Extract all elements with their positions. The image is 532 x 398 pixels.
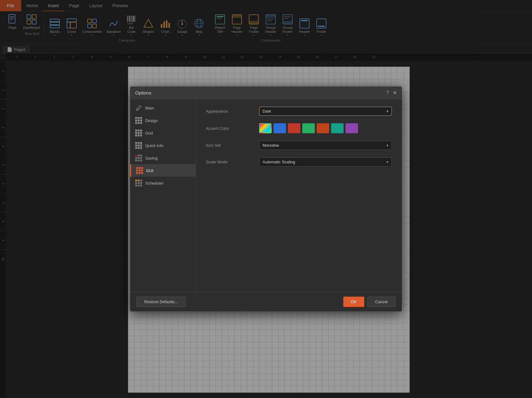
dialog-footer: Restore Defaults... OK Cancel [130, 292, 402, 311]
iconset-control: Monoline ▾ [259, 141, 392, 150]
nav-item-quickinfo-label: Quick Info [145, 143, 164, 148]
accent-control [259, 123, 392, 133]
swatch-green[interactable] [302, 123, 315, 133]
scalemode-select-value: Automatic Scaling [263, 160, 295, 164]
dialog-close-button[interactable]: ✕ [393, 90, 397, 96]
iconset-select[interactable]: Monoline ▾ [259, 141, 392, 150]
appearance-select-value: Dark [263, 109, 271, 114]
appearance-select-arrow: ▾ [386, 109, 388, 114]
accent-label: Accent Color [206, 126, 253, 131]
modal-overlay: Options ? ✕ Main Des [0, 0, 532, 398]
form-row-accent: Accent Color [206, 123, 392, 133]
swatch-purple[interactable] [345, 123, 358, 133]
options-dialog: Options ? ✕ Main Des [130, 86, 402, 312]
nav-item-saving-label: Saving [145, 156, 158, 161]
form-row-appearance: Appearance Dark ▾ [206, 107, 392, 116]
dialog-sidebar: Main Design Grid [130, 99, 196, 292]
nav-item-scheduler[interactable]: Scheduler [130, 177, 196, 189]
dialog-body: Main Design Grid [130, 99, 402, 292]
scalemode-control: Automatic Scaling ▾ [259, 157, 392, 166]
nav-item-saving[interactable]: Saving [130, 152, 196, 164]
nav-item-gui[interactable]: GUI [130, 164, 196, 177]
nav-item-design-label: Design [145, 118, 158, 123]
cancel-button[interactable]: Cancel [367, 297, 396, 307]
design-icon [135, 117, 142, 124]
swatch-orange[interactable] [317, 123, 329, 133]
dialog-header: Options ? ✕ [130, 87, 402, 99]
scalemode-select[interactable]: Automatic Scaling ▾ [259, 157, 392, 166]
nav-item-grid-label: Grid [145, 131, 153, 135]
nav-item-design[interactable]: Design [130, 114, 196, 127]
appearance-control: Dark ▾ [259, 107, 392, 116]
nav-item-gui-label: GUI [146, 168, 153, 173]
nav-item-main[interactable]: Main [130, 102, 196, 114]
dialog-header-icons: ? ✕ [386, 90, 397, 96]
iconset-select-arrow: ▾ [386, 143, 388, 148]
scheduler-icon [135, 180, 142, 186]
iconset-select-value: Monoline [263, 143, 279, 148]
iconset-label: Icon Set [206, 143, 253, 148]
saving-icon [135, 155, 142, 161]
nav-item-main-label: Main [145, 106, 154, 110]
scalemode-select-arrow: ▾ [386, 160, 388, 164]
nav-item-quickinfo[interactable]: Quick Info [130, 139, 196, 152]
svg-marker-58 [136, 105, 141, 110]
form-row-iconset: Icon Set Monoline ▾ [206, 141, 392, 150]
grid-icon [135, 130, 142, 136]
quickinfo-icon [135, 142, 142, 149]
dialog-title: Options [135, 90, 151, 95]
gui-icon [136, 167, 143, 174]
ok-button[interactable]: OK [343, 297, 364, 307]
form-row-scalemode: Scale Mode Automatic Scaling ▾ [206, 157, 392, 166]
swatch-rainbow[interactable] [259, 123, 272, 133]
dialog-help-button[interactable]: ? [386, 90, 389, 96]
appearance-select[interactable]: Dark ▾ [259, 107, 392, 116]
swatch-blue[interactable] [274, 123, 286, 133]
dialog-action-buttons: OK Cancel [343, 297, 396, 307]
appearance-label: Appearance [206, 109, 253, 114]
swatch-teal[interactable] [331, 123, 344, 133]
main-icon [135, 105, 142, 111]
nav-item-scheduler-label: Scheduler [145, 181, 164, 186]
scalemode-label: Scale Mode [206, 160, 253, 164]
restore-defaults-button[interactable]: Restore Defaults... [136, 297, 186, 307]
dialog-content: Appearance Dark ▾ Accent Color [196, 99, 402, 292]
color-swatches [259, 123, 392, 133]
swatch-red[interactable] [288, 123, 300, 133]
nav-item-grid[interactable]: Grid [130, 127, 196, 139]
